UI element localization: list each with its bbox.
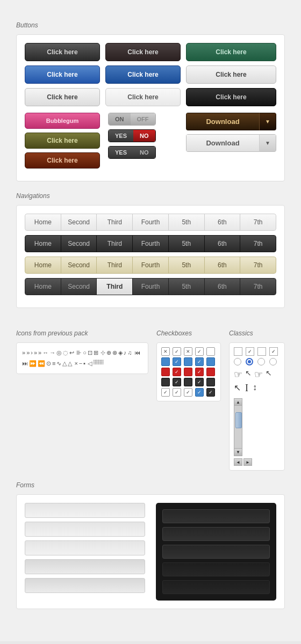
scroll-right-btn[interactable]: ► [243, 458, 252, 466]
cb-all-1[interactable]: ✓ [161, 388, 170, 397]
nav-dark-fourth[interactable]: Fourth [132, 235, 169, 252]
btn-light-2[interactable]: Click here [25, 88, 100, 106]
btn-light-1[interactable]: Click here [186, 65, 276, 84]
nav-dark-7th[interactable]: 7th [240, 235, 276, 252]
cb-dark-4[interactable]: ✓ [195, 378, 204, 386]
cb-dark-5[interactable] [206, 378, 215, 386]
toggle-no-btn-2[interactable]: NO [133, 147, 155, 158]
classic-radio-2[interactable] [246, 358, 253, 365]
classic-cb-3[interactable] [257, 347, 266, 356]
nav-light-home[interactable]: Home [25, 214, 61, 231]
nav-tan-fourth[interactable]: Fourth [132, 257, 169, 274]
nav-tan-home[interactable]: Home [25, 257, 61, 274]
form-input-2[interactable] [25, 522, 145, 537]
cb-red-1[interactable] [161, 368, 170, 376]
nav-light-5th[interactable]: 5th [168, 214, 205, 231]
download-dark-arrow[interactable]: ▼ [259, 113, 276, 130]
scroll-left-btn[interactable]: ◄ [234, 458, 242, 466]
cb-blue-4[interactable]: ✓ [195, 357, 204, 366]
form-select-2[interactable] [25, 578, 145, 593]
scroll-up-btn[interactable]: ▲ [234, 398, 242, 406]
toggle-yes-btn-2[interactable]: YES [109, 147, 133, 158]
dark-select-2[interactable] [162, 580, 270, 594]
nav-dark2-6th[interactable]: 6th [204, 278, 241, 295]
nav-light-6th[interactable]: 6th [204, 214, 241, 231]
nav-dark2-second[interactable]: Second [61, 278, 97, 295]
nav-dark2-5th[interactable]: 5th [168, 278, 205, 295]
nav-light-7th[interactable]: 7th [240, 214, 276, 231]
dark-input-3[interactable] [162, 545, 270, 559]
classic-radio-4[interactable] [269, 358, 277, 365]
classic-radio-3[interactable] [257, 358, 265, 365]
btn-olive2[interactable]: Click here [25, 152, 100, 169]
toggle-onoff: ON OFF [108, 113, 156, 126]
btn-dark-2[interactable]: Click here [105, 43, 181, 61]
btn-olive[interactable]: Click here [25, 133, 100, 149]
dark-input-2[interactable] [162, 527, 270, 541]
nav-tan-second[interactable]: Second [61, 257, 97, 274]
cb-dark-3[interactable] [184, 378, 192, 386]
toggle-off-btn[interactable]: OFF [131, 113, 155, 125]
cb-all-2[interactable]: ✓ [173, 388, 181, 397]
nav-dark-second[interactable]: Second [61, 235, 97, 252]
nav-tan-7th[interactable]: 7th [240, 257, 276, 274]
icon-sym: ◁ [88, 359, 92, 369]
cb-white-3[interactable]: ✕ [184, 347, 192, 356]
nav-dark2-7th[interactable]: 7th [240, 278, 276, 295]
navigations-section: Home Second Third Fourth 5th 6th 7th Hom… [16, 205, 285, 308]
cb-blue-5[interactable] [206, 357, 215, 366]
cb-red-3[interactable] [184, 368, 192, 376]
cb-red-4[interactable]: ✓ [195, 368, 204, 376]
toggle-no-btn-1[interactable]: NO [133, 130, 155, 142]
cb-all-5[interactable]: ✓ [206, 388, 215, 397]
btn-bubblegum[interactable]: Bubblegum [25, 113, 100, 129]
btn-dark-1[interactable]: Click here [25, 43, 100, 61]
classic-radio-1[interactable] [234, 358, 241, 365]
btn-light-outline-1[interactable]: Click here [105, 88, 181, 106]
dark-select-1[interactable] [162, 562, 270, 576]
cb-blue-3[interactable] [184, 357, 192, 366]
download-dark-btn[interactable]: Download [186, 113, 259, 130]
cb-white-4[interactable]: ✓ [195, 347, 204, 356]
nav-dark-6th[interactable]: 6th [204, 235, 241, 252]
cb-white-5[interactable] [206, 347, 215, 356]
nav-dark-5th[interactable]: 5th [168, 235, 205, 252]
btn-dark-solid-1[interactable]: Click here [186, 88, 276, 106]
nav-light-fourth[interactable]: Fourth [132, 214, 169, 231]
nav-dark2-third[interactable]: Third [96, 278, 133, 295]
nav-dark-home[interactable]: Home [25, 235, 61, 252]
cb-white-1[interactable]: ✕ [161, 347, 170, 356]
cb-dark-2[interactable]: ✓ [173, 378, 181, 386]
toggle-yes-btn-1[interactable]: YES [109, 130, 133, 142]
nav-tan-third[interactable]: Third [96, 257, 133, 274]
nav-dark2-fourth[interactable]: Fourth [132, 278, 169, 295]
download-light-btn[interactable]: Download [186, 134, 259, 152]
classic-cb-4[interactable]: ✓ [269, 347, 278, 356]
cb-all-3[interactable]: ✓ [184, 388, 192, 397]
scroll-down-btn[interactable]: ▼ [234, 449, 242, 456]
btn-blue-1[interactable]: Click here [25, 65, 100, 84]
cb-white-2[interactable]: ✓ [173, 347, 181, 356]
classic-cb-1[interactable] [234, 347, 242, 356]
nav-dark2-home[interactable]: Home [25, 278, 61, 295]
nav-tan-6th[interactable]: 6th [204, 257, 241, 274]
cb-dark-1[interactable] [161, 378, 170, 386]
classic-cb-2[interactable]: ✓ [246, 347, 254, 356]
cb-red-5[interactable] [206, 368, 215, 376]
btn-green-1[interactable]: Click here [186, 43, 276, 61]
cb-blue-1[interactable] [161, 357, 170, 366]
cb-red-2[interactable]: ✓ [173, 368, 181, 376]
nav-tan-5th[interactable]: 5th [168, 257, 205, 274]
nav-light-third[interactable]: Third [96, 214, 133, 231]
download-light-arrow[interactable]: ▼ [259, 134, 276, 152]
dark-input-1[interactable] [162, 509, 270, 523]
btn-blue-2[interactable]: Click here [105, 65, 181, 84]
nav-dark-third[interactable]: Third [96, 235, 133, 252]
form-select-1[interactable] [25, 559, 145, 574]
form-input-1[interactable] [25, 503, 145, 518]
cb-blue-2[interactable]: ✓ [173, 357, 181, 366]
form-input-3[interactable] [25, 540, 145, 555]
cb-all-4[interactable]: ✓ [195, 388, 204, 397]
toggle-on-btn[interactable]: ON [109, 113, 131, 125]
nav-light-second[interactable]: Second [61, 214, 97, 231]
